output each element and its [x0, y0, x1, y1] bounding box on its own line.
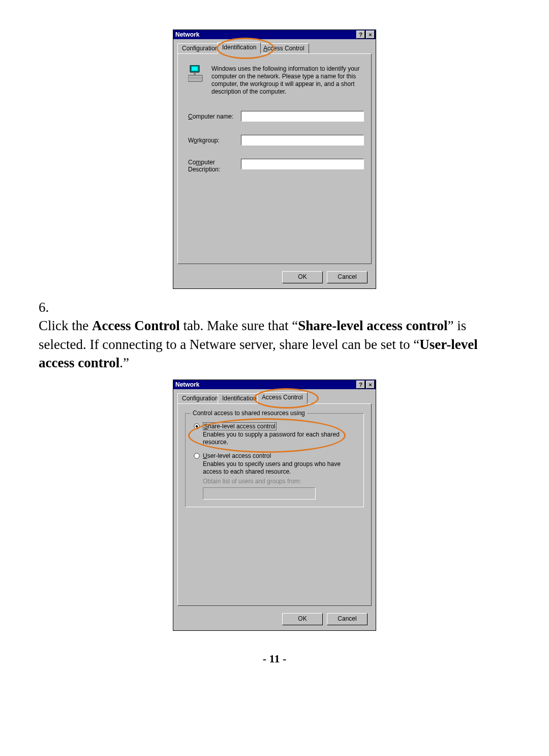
radio-user-level-label: User-level access control	[203, 452, 271, 459]
ok-button[interactable]: OK	[282, 271, 323, 283]
cancel-button[interactable]: Cancel	[327, 271, 368, 283]
tab-configuration[interactable]: Configuration	[177, 393, 223, 404]
row-description: ComputerDescription:	[178, 156, 371, 176]
tab-access-control[interactable]: Access Control	[259, 43, 309, 54]
share-level-desc: Enables you to supply a password for eac…	[203, 431, 355, 446]
radio-share-level-label: Share-level access control	[203, 423, 277, 430]
tab-identification[interactable]: Identification	[218, 42, 261, 54]
radio-share-level[interactable]: Share-level access control	[194, 423, 355, 430]
access-control-groupbox: Control access to shared resources using…	[185, 413, 364, 507]
row-computer-name: Computer name:	[178, 108, 371, 125]
screenshot-identification-tab: Network ? × Configuration Identification…	[173, 30, 376, 289]
obtain-label: Obtain list of users and groups from:	[203, 478, 355, 485]
identification-panel: Windows uses the following information t…	[177, 53, 372, 264]
tab-configuration[interactable]: Configuration	[177, 43, 223, 54]
label-workgroup: Workgroup:	[188, 137, 241, 144]
help-button[interactable]: ?	[356, 31, 365, 39]
groupbox-legend: Control access to shared resources using	[191, 410, 307, 417]
radio-user-level[interactable]: User-level access control	[194, 452, 355, 459]
page-number: - 11 -	[30, 652, 518, 665]
info-text: Windows uses the following information t…	[211, 65, 364, 96]
input-computer-name[interactable]	[241, 111, 364, 122]
radio-unselected-icon	[194, 453, 200, 459]
tab-access-control[interactable]: Access Control	[257, 392, 308, 404]
input-description[interactable]	[241, 159, 364, 169]
label-description: ComputerDescription:	[188, 159, 241, 173]
dialog-title: Network	[175, 381, 355, 388]
button-row: OK Cancel	[173, 268, 376, 288]
close-button[interactable]: ×	[366, 31, 375, 39]
svg-point-8	[194, 453, 199, 458]
row-workgroup: Workgroup:	[178, 132, 371, 149]
access-control-panel: Control access to shared resources using…	[177, 403, 372, 606]
titlebar: Network ? ×	[173, 30, 376, 39]
document-page: Network ? × Configuration Identification…	[0, 0, 549, 665]
input-workgroup[interactable]	[241, 135, 364, 146]
input-obtain-list	[203, 487, 316, 500]
ok-button[interactable]: OK	[282, 613, 323, 625]
step-body: Click the Access Control tab. Make sure …	[39, 316, 506, 372]
network-dialog-2: Network ? × Configuration Identification…	[173, 380, 376, 631]
titlebar: Network ? ×	[173, 380, 376, 389]
info-row: Windows uses the following information t…	[178, 54, 371, 101]
screenshot-access-control-tab: Network ? × Configuration Identification…	[173, 380, 376, 631]
user-level-desc: Enables you to specify users and groups …	[203, 460, 355, 476]
svg-point-7	[196, 425, 198, 427]
network-dialog-1: Network ? × Configuration Identification…	[173, 30, 376, 289]
close-button[interactable]: ×	[366, 381, 375, 389]
svg-rect-5	[194, 72, 196, 75]
dialog-title: Network	[175, 31, 355, 38]
step-number: 6.	[39, 298, 61, 316]
tab-strip: Configuration Identification Access Cont…	[177, 393, 372, 403]
button-row: OK Cancel	[173, 610, 376, 630]
help-button[interactable]: ?	[356, 381, 365, 389]
tab-strip: Configuration Identification Access Cont…	[177, 43, 372, 53]
svg-rect-1	[192, 67, 198, 71]
step-6: 6.Click the Access Control tab. Make sur…	[39, 298, 518, 372]
network-id-icon	[188, 65, 204, 96]
svg-rect-2	[188, 75, 202, 81]
tab-identification[interactable]: Identification	[218, 393, 261, 404]
cancel-button[interactable]: Cancel	[327, 613, 368, 625]
radio-selected-icon	[194, 423, 200, 429]
label-computer-name: Computer name:	[188, 113, 241, 120]
